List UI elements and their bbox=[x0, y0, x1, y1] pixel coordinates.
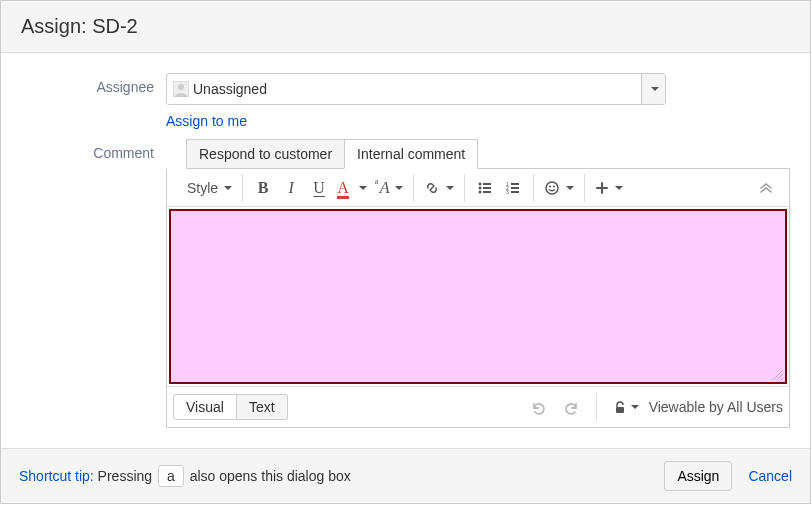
svg-rect-9 bbox=[511, 183, 519, 185]
assign-dialog: Assign: SD-2 Assignee Unassigned bbox=[0, 0, 811, 504]
text-color-button[interactable]: A bbox=[333, 174, 371, 202]
assign-button[interactable]: Assign bbox=[664, 461, 732, 491]
svg-point-4 bbox=[479, 186, 482, 189]
insert-button[interactable] bbox=[591, 174, 627, 202]
svg-rect-3 bbox=[483, 183, 491, 185]
svg-point-6 bbox=[479, 190, 482, 193]
assignee-select-main[interactable]: Unassigned bbox=[167, 74, 641, 104]
user-avatar-icon bbox=[173, 81, 189, 97]
bullet-list-icon bbox=[477, 180, 493, 196]
chevron-down-icon bbox=[566, 186, 574, 190]
assignee-select[interactable]: Unassigned bbox=[166, 73, 666, 105]
svg-point-2 bbox=[479, 182, 482, 185]
comment-textarea[interactable] bbox=[169, 209, 787, 384]
svg-point-14 bbox=[546, 182, 558, 194]
security-level[interactable]: Viewable by All Users bbox=[603, 399, 783, 415]
dialog-title: Assign: SD-2 bbox=[21, 15, 790, 38]
unlock-icon bbox=[613, 400, 639, 414]
svg-rect-13 bbox=[511, 191, 519, 193]
tab-internal-comment[interactable]: Internal comment bbox=[344, 139, 478, 169]
assignee-value: Unassigned bbox=[193, 81, 267, 97]
more-formatting-button[interactable]: A bbox=[371, 174, 408, 202]
chevron-down-icon bbox=[359, 186, 367, 190]
bold-button[interactable]: B bbox=[249, 174, 277, 202]
shortcut-label: Shortcut tip: bbox=[19, 468, 94, 484]
chevron-down-icon bbox=[651, 87, 659, 91]
assignee-row: Assignee Unassigned Assign to me bbox=[21, 73, 790, 129]
svg-rect-5 bbox=[483, 187, 491, 189]
editor-footer: Visual Text bbox=[167, 386, 789, 427]
svg-point-15 bbox=[549, 185, 551, 187]
bullet-list-button[interactable] bbox=[471, 174, 499, 202]
mode-text[interactable]: Text bbox=[237, 394, 288, 420]
redo-button[interactable] bbox=[558, 393, 586, 421]
editor-mode-tabs: Visual Text bbox=[173, 394, 288, 420]
assign-to-me-link[interactable]: Assign to me bbox=[166, 113, 247, 129]
comment-label: Comment bbox=[21, 139, 166, 428]
comment-row: Comment Respond to customer Internal com… bbox=[21, 139, 790, 428]
dialog-header: Assign: SD-2 bbox=[1, 1, 810, 53]
svg-rect-11 bbox=[511, 187, 519, 189]
italic-button[interactable]: I bbox=[277, 174, 305, 202]
svg-point-1 bbox=[178, 84, 184, 90]
svg-point-16 bbox=[553, 185, 555, 187]
chevron-down-icon bbox=[224, 186, 232, 190]
emoji-button[interactable] bbox=[540, 174, 578, 202]
double-chevron-up-icon bbox=[759, 183, 773, 193]
assignee-label: Assignee bbox=[21, 73, 166, 129]
plus-icon bbox=[595, 181, 609, 195]
style-dropdown[interactable]: Style bbox=[179, 174, 236, 202]
shortcut-tip: Shortcut tip: Pressing a also opens this… bbox=[19, 465, 351, 487]
numbered-list-button[interactable]: 123 bbox=[499, 174, 527, 202]
svg-rect-7 bbox=[483, 191, 491, 193]
mode-visual[interactable]: Visual bbox=[173, 394, 237, 420]
comment-tabs: Respond to customer Internal comment bbox=[186, 139, 790, 169]
shortcut-key: a bbox=[158, 465, 184, 487]
cancel-link[interactable]: Cancel bbox=[748, 468, 792, 484]
rich-text-editor: Style B I U A bbox=[166, 169, 790, 428]
underline-button[interactable]: U bbox=[305, 174, 333, 202]
security-label: Viewable by All Users bbox=[649, 399, 783, 415]
chevron-down-icon bbox=[631, 405, 639, 409]
svg-text:3: 3 bbox=[506, 189, 509, 195]
chevron-down-icon bbox=[615, 186, 623, 190]
numbered-list-icon: 123 bbox=[505, 180, 521, 196]
svg-rect-17 bbox=[616, 407, 624, 413]
link-button[interactable] bbox=[420, 174, 458, 202]
collapse-toolbar-button[interactable] bbox=[755, 174, 783, 202]
emoji-icon bbox=[544, 180, 560, 196]
tab-respond-customer[interactable]: Respond to customer bbox=[186, 139, 345, 168]
resize-handle-icon[interactable] bbox=[773, 370, 783, 380]
redo-icon bbox=[564, 399, 580, 415]
undo-icon bbox=[530, 399, 546, 415]
editor-toolbar: Style B I U A bbox=[167, 169, 789, 207]
style-label: Style bbox=[187, 180, 218, 196]
chevron-down-icon bbox=[395, 186, 403, 190]
chevron-down-icon bbox=[446, 186, 454, 190]
dialog-footer: Shortcut tip: Pressing a also opens this… bbox=[1, 448, 810, 503]
dialog-body: Assignee Unassigned Assign to me bbox=[1, 53, 810, 448]
link-icon bbox=[424, 180, 440, 196]
assignee-dropdown-toggle[interactable] bbox=[641, 74, 665, 104]
undo-button[interactable] bbox=[524, 393, 552, 421]
